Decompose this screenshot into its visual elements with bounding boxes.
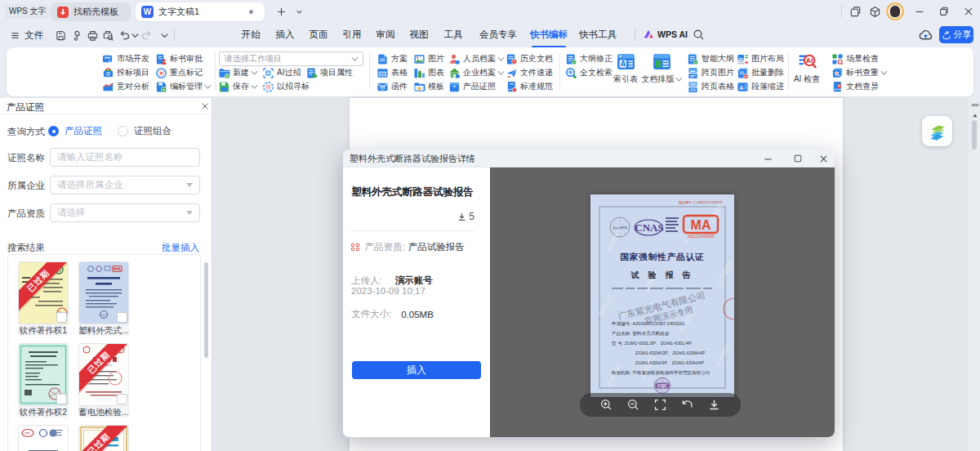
file-menu[interactable]: 文件 bbox=[10, 27, 43, 43]
ribbon-button[interactable]: 图片 bbox=[413, 52, 444, 65]
preview-tool-icon[interactable] bbox=[706, 397, 723, 413]
ribbon-button[interactable]: 人员档案 bbox=[448, 52, 504, 65]
search-icon[interactable] bbox=[693, 29, 705, 42]
preview-tool-icon[interactable] bbox=[599, 397, 615, 413]
certificate-thumbnail[interactable]: 已过期 bbox=[78, 425, 129, 451]
menu-tab[interactable]: 工具 bbox=[441, 27, 466, 42]
certificate-checkbox[interactable] bbox=[56, 394, 67, 404]
certificate-checkbox[interactable] bbox=[56, 312, 67, 323]
quick-access-icon[interactable] bbox=[100, 28, 115, 42]
panel-scrollbar-thumb[interactable] bbox=[204, 262, 208, 358]
ribbon-button[interactable]: 历史文档 bbox=[506, 52, 553, 65]
ribbon-button[interactable]: 场景检查 bbox=[831, 52, 879, 65]
qualification-select[interactable]: 请选择 bbox=[50, 203, 200, 222]
ribbon-button[interactable]: 跨页表格 bbox=[687, 80, 734, 93]
radio-certificate-combo[interactable]: 证照组合 bbox=[118, 125, 172, 137]
menu-tab[interactable]: 开始 bbox=[238, 27, 264, 42]
quick-access-icon[interactable] bbox=[157, 28, 172, 42]
company-select[interactable]: 请选择所属企业 bbox=[50, 176, 200, 194]
certificate-preview-image[interactable]: ZJTEST ZJTEST ZJTEST ZJTEST ZJTEST ZJTES… bbox=[590, 194, 734, 397]
ribbon-button[interactable]: AI过招 bbox=[262, 66, 301, 79]
certificate-card[interactable]: 塑料外壳式... bbox=[78, 261, 129, 336]
dialog-maximize-icon[interactable] bbox=[791, 152, 804, 165]
ribbon-button[interactable]: 批量删除 bbox=[737, 66, 784, 79]
ribbon-button[interactable]: 智能大纲 bbox=[687, 52, 734, 65]
download-count[interactable]: 5 bbox=[457, 211, 474, 222]
menu-tab[interactable]: 快书工具 bbox=[576, 27, 620, 42]
share-button[interactable]: 分享 bbox=[939, 26, 973, 43]
ribbon-large-button[interactable]: AI 检查 bbox=[787, 51, 826, 92]
certificate-card[interactable]: 已过期 软件著作权1 bbox=[18, 261, 69, 336]
work-project-select[interactable]: 请选择工作项目 bbox=[219, 51, 363, 66]
menu-tab[interactable]: 审阅 bbox=[373, 27, 399, 42]
plugin-float-button[interactable] bbox=[922, 116, 952, 146]
certificate-checkbox[interactable] bbox=[117, 394, 127, 404]
tab-list-chevron-icon[interactable] bbox=[291, 3, 307, 20]
ribbon-button[interactable]: 图片布局 bbox=[737, 52, 784, 65]
ribbon-button[interactable]: 标书查重 bbox=[831, 66, 887, 79]
certificate-thumbnail[interactable] bbox=[18, 425, 69, 451]
ribbon-button[interactable]: 重点标记 bbox=[155, 66, 203, 79]
ribbon-button[interactable]: 以招寻标 bbox=[262, 80, 310, 93]
ribbon-button[interactable]: 编标管理 bbox=[155, 80, 211, 93]
ribbon-button[interactable]: 跨页图片 bbox=[687, 66, 734, 79]
quick-access-icon[interactable] bbox=[53, 28, 68, 42]
ribbon-button[interactable]: 段落缩进 bbox=[737, 80, 784, 93]
batch-insert-link[interactable]: 批量插入 bbox=[162, 242, 199, 254]
ribbon-button[interactable]: 方案 bbox=[376, 52, 408, 65]
close-button[interactable] bbox=[960, 3, 977, 20]
menu-tab[interactable]: 视图 bbox=[407, 27, 432, 42]
certificate-card[interactable] bbox=[18, 425, 69, 451]
certificate-card[interactable]: 已过期 bbox=[78, 425, 129, 451]
menu-tab[interactable]: 快书编标 bbox=[527, 27, 571, 42]
ribbon-button[interactable]: 竞对分析 bbox=[102, 80, 149, 93]
certificate-card[interactable]: 软件著作权2 bbox=[18, 343, 69, 418]
workspace-cube-icon[interactable] bbox=[866, 3, 883, 20]
menu-tab[interactable]: 会员专享 bbox=[476, 27, 520, 42]
tab-document-1[interactable]: W 文字文稿1 bbox=[136, 2, 265, 21]
dialog-minimize-icon[interactable] bbox=[761, 152, 774, 165]
menu-tab[interactable]: 页面 bbox=[306, 27, 332, 42]
ribbon-button[interactable]: 函件 bbox=[376, 80, 408, 93]
quick-access-icon[interactable] bbox=[85, 28, 100, 42]
user-avatar[interactable] bbox=[886, 2, 904, 20]
app-label[interactable]: WPS 文字 bbox=[5, 4, 51, 19]
new-tab-button[interactable] bbox=[273, 3, 289, 20]
ribbon-large-button[interactable]: 文档排版 bbox=[642, 51, 681, 92]
wps-ai-button[interactable]: WPS AI bbox=[643, 29, 688, 40]
ribbon-button[interactable]: 标准规范 bbox=[506, 80, 553, 93]
ribbon-button[interactable]: 模板 bbox=[413, 80, 444, 93]
ribbon-button[interactable]: 项目属性 bbox=[305, 66, 353, 79]
quick-access-icon[interactable] bbox=[69, 28, 84, 42]
certificate-thumbnail[interactable] bbox=[78, 261, 129, 324]
certificate-checkbox[interactable] bbox=[117, 312, 127, 323]
menu-tab[interactable]: 引用 bbox=[340, 27, 365, 42]
preview-tool-icon[interactable] bbox=[653, 397, 669, 413]
ribbon-button[interactable]: 文件速递 bbox=[506, 66, 553, 79]
certificate-thumbnail[interactable]: 已过期 bbox=[18, 261, 69, 324]
certificate-thumbnail[interactable]: 已过期 bbox=[78, 343, 129, 406]
preview-tool-icon[interactable] bbox=[679, 397, 696, 413]
ribbon-button[interactable]: 保存 bbox=[218, 80, 257, 93]
minimize-button[interactable] bbox=[911, 3, 928, 20]
ribbon-button[interactable]: 投标项目 bbox=[102, 66, 149, 79]
ribbon-button[interactable]: 市场开发 bbox=[102, 52, 149, 65]
ribbon-button[interactable]: 标书审批 bbox=[155, 52, 203, 65]
ribbon-button[interactable]: 产品证照 bbox=[448, 80, 496, 93]
insert-button[interactable]: 插入 bbox=[352, 361, 481, 379]
document-scrollbar-thumb[interactable] bbox=[972, 120, 977, 150]
restore-button[interactable] bbox=[936, 3, 952, 20]
quick-access-icon[interactable] bbox=[139, 28, 154, 42]
ribbon-button[interactable]: 文档查异 bbox=[831, 80, 879, 93]
radio-product-certificate[interactable]: 产品证照 bbox=[48, 125, 102, 137]
certificate-name-input[interactable]: 请输入证照名称 bbox=[50, 148, 200, 167]
ribbon-button[interactable]: 新建 bbox=[218, 66, 257, 79]
ruler-toggle-icon[interactable] bbox=[971, 101, 979, 111]
menu-tab[interactable]: 插入 bbox=[273, 27, 298, 42]
ribbon-button[interactable]: 企业档案 bbox=[448, 66, 504, 79]
ribbon-large-button[interactable]: 索引表 bbox=[606, 51, 645, 92]
panel-close-icon[interactable] bbox=[199, 100, 211, 112]
ribbon-button[interactable]: 图表 bbox=[413, 66, 444, 79]
ribbon-button[interactable]: 表格 bbox=[376, 66, 408, 79]
tabs-overview-icon[interactable] bbox=[847, 3, 863, 20]
